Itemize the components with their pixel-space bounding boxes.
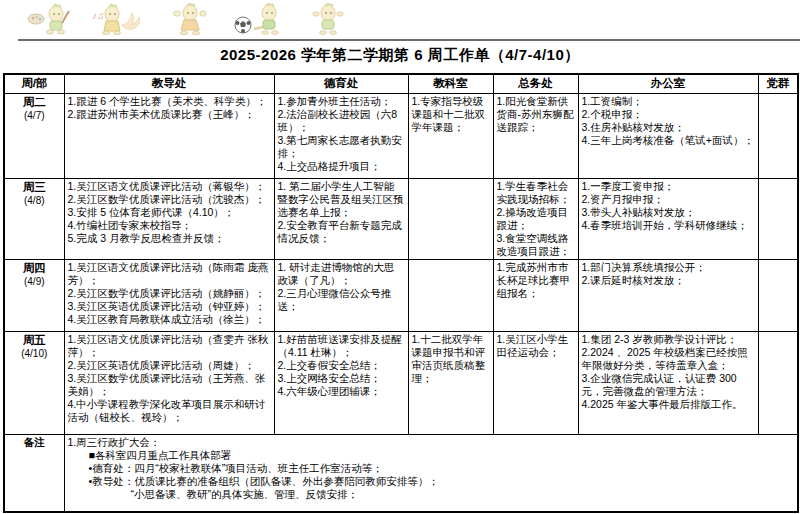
mascot-soccer-icon — [232, 3, 288, 35]
cell-deyuchu: 1.参加青外班主任活动； 2.法治副校长进校园（六8 班）； 3.第七周家长志愿… — [274, 93, 408, 178]
table-row-thursday: 周四 (4/9) 1.吴江区语文优质课评比活动（陈雨霜 庞燕芳）； 2.吴江区数… — [4, 259, 798, 331]
table-row-wednesday: 周三 (4/8) 1.吴江区语文优质课评比活动（蒋银华）； 2.吴江区数学优质课… — [4, 178, 798, 259]
cell-dangqun — [758, 93, 798, 178]
svg-text:♪♫: ♪♫ — [92, 10, 105, 21]
col-header-zongwuchu: 总务处 — [493, 74, 578, 93]
cell-dangqun — [758, 331, 798, 434]
table-row-remarks: 备注 1.周三行政扩大会： ■各科室四月重点工作具体部署 •德育处：四月“校家社… — [4, 434, 798, 512]
remark-content: 1.周三行政扩大会： ■各科室四月重点工作具体部署 •德育处：四月“校家社教联体… — [64, 434, 798, 512]
day-label: 周五 (4/10) — [4, 331, 64, 434]
col-header-dangqun: 党群 — [758, 74, 798, 93]
cell-jiaokeshi: 1.十二批双学年课题申报书和评审活页纸质稿整理； — [408, 331, 493, 434]
cell-deyuchu: 1. 研讨走进博物馆的大思政课（了凡）； 2.三月心理微信公众号推送； — [274, 259, 408, 331]
page-title: 2025-2026 学年第二学期第 6 周工作单（4/7-4/10） — [0, 46, 800, 65]
work-table: 周/部 教导处 德育处 教科室 总务处 办公室 党群 周二 (4/7) 1.跟进… — [3, 73, 799, 513]
mascot-cheer-icon — [164, 3, 216, 35]
col-header-week: 周/部 — [4, 74, 64, 93]
header-row: 周/部 教导处 德育处 教科室 总务处 办公室 党群 — [4, 74, 798, 93]
cell-bangongshi: 1.一季度工资申报； 2.资产月报申报； 3.带头人补贴核对发放； 4.春季班培… — [578, 178, 758, 259]
cell-jiaokeshi: 1.专家指导校级课题和十二批双学年课题； — [408, 93, 493, 178]
cell-bangongshi: 1.部门决算系统填报公开； 2.课后延时核对发放； — [578, 259, 758, 331]
cell-bangongshi: 1.集团 2-3 岁教师教学设计评比； 2.2024 、2025 年校级档案已经… — [578, 331, 758, 434]
cell-zongwuchu: 1.吴江区小学生田径运动会； — [493, 331, 578, 434]
cell-zongwuchu: 1.学生春季社会实践现场招标； 2.操场改造项目跟进； 3.食堂空调线路改造项目… — [493, 178, 578, 259]
cell-zongwuchu: 1.完成苏州市市长杯足球比赛甲组报名； — [493, 259, 578, 331]
divider-line — [18, 39, 800, 41]
cell-bangongshi: 1.工资编制； 2.个税申报； 3.住房补贴核对发放； 4.三年上岗考核准备（笔… — [578, 93, 758, 178]
cell-deyuchu: 1. 第二届小学生人工智能暨数字公民普及组吴江区预选赛名单上报； 2.安全教育平… — [274, 178, 408, 259]
day-label: 周二 (4/7) — [4, 93, 64, 178]
mascot-music-icon: ♪♫ — [92, 3, 148, 35]
table-row-tuesday: 周二 (4/7) 1.跟进 6 个学生比赛（美术类、科学类）； 2.跟进苏州市美… — [4, 93, 798, 178]
cell-jiaokeshi — [408, 259, 493, 331]
day-label: 周三 (4/8) — [4, 178, 64, 259]
col-header-bangongshi: 办公室 — [578, 74, 758, 93]
cell-dangqun — [758, 259, 798, 331]
remark-label: 备注 — [4, 434, 64, 512]
cell-jiaodaochu: 1.跟进 6 个学生比赛（美术类、科学类）； 2.跟进苏州市美术优质课比赛（王峰… — [64, 93, 274, 178]
cell-jiaodaochu: 1.吴江区语文优质课评比活动（查雯卉 张秋萍）； 2.吴江区英语优质课评比活动（… — [64, 331, 274, 434]
cell-deyuchu: 1.好苗苗班送课安排及提醒（4.11 杜琳）； 2.上交春假安全总结； 3.上交… — [274, 331, 408, 434]
col-header-jiaokeshi: 教科室 — [408, 74, 493, 93]
table-row-friday: 周五 (4/10) 1.吴江区语文优质课评比活动（查雯卉 张秋萍）； 2.吴江区… — [4, 331, 798, 434]
cell-jiaodaochu: 1.吴江区语文优质课评比活动（陈雨霜 庞燕芳）； 2.吴江区数学优质课评比活动（… — [64, 259, 274, 331]
cell-jiaokeshi — [408, 178, 493, 259]
day-label: 周四 (4/9) — [4, 259, 64, 331]
mascot-art-icon — [26, 3, 76, 35]
cell-zongwuchu: 1.阳光食堂新供货商-苏州东狮配送跟踪； — [493, 93, 578, 178]
mascot-stand-icon — [304, 3, 352, 35]
col-header-deyuchu: 德育处 — [274, 74, 408, 93]
mascot-banner: ♪♫ — [26, 1, 352, 35]
weekly-work-sheet: ♪♫ — [0, 0, 800, 514]
cell-dangqun — [758, 178, 798, 259]
col-header-jiaodaochu: 教导处 — [64, 74, 274, 93]
cell-jiaodaochu: 1.吴江区语文优质课评比活动（蒋银华）； 2.吴江区数学优质课评比活动（沈骏杰）… — [64, 178, 274, 259]
